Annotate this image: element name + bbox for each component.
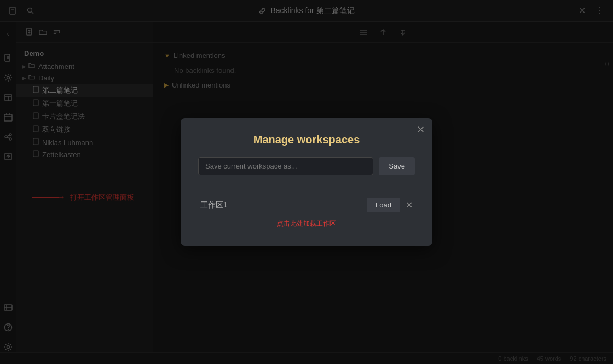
manage-workspaces-modal: ✕ Manage workspaces Save 工作区1 Load ✕ 点击此…: [181, 118, 432, 246]
delete-icon: ✕: [406, 200, 413, 210]
workspace-name-input[interactable]: [198, 157, 373, 175]
save-btn-label: Save: [389, 162, 405, 170]
delete-workspace-btn[interactable]: ✕: [406, 200, 413, 210]
load-btn-label: Load: [375, 201, 391, 209]
modal-close-icon: ✕: [417, 124, 425, 135]
modal-annotation: 点击此处加载工作区: [198, 219, 415, 228]
load-workspace-btn[interactable]: Load: [367, 198, 400, 212]
modal-close-btn[interactable]: ✕: [417, 125, 425, 135]
workspace-item-name: 工作区1: [200, 200, 228, 210]
save-workspace-btn[interactable]: Save: [379, 157, 415, 175]
modal-overlay[interactable]: ✕ Manage workspaces Save 工作区1 Load ✕ 点击此…: [0, 0, 613, 364]
workspace-item-btns: Load ✕: [367, 198, 413, 212]
workspace-item: 工作区1 Load ✕: [198, 193, 415, 217]
modal-save-row: Save: [198, 157, 415, 175]
modal-title: Manage workspaces: [198, 134, 415, 146]
modal-divider: [198, 184, 415, 184]
